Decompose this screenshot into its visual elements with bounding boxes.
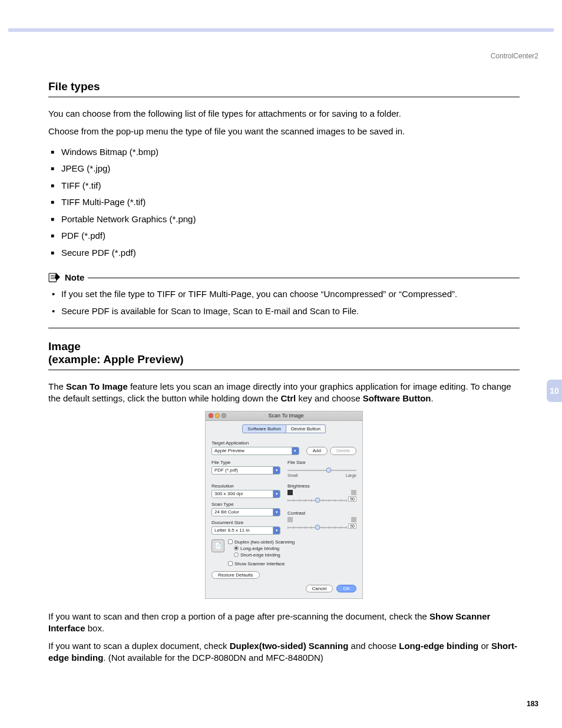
dialog-tabs: Software Button Device Button <box>206 421 362 438</box>
note-item: If you set the file type to TIFF or TIFF… <box>52 286 520 303</box>
label-target-application: Target Application <box>211 440 356 446</box>
scan-type-popup[interactable]: 24 Bit Color ▾ <box>211 508 280 516</box>
chevron-updown-icon: ▾ <box>273 509 280 516</box>
short-edge-radio[interactable]: Short-edge binding <box>228 552 295 558</box>
show-scanner-interface-paragraph: If you want to scan and then crop a port… <box>48 611 520 635</box>
note-label: Note <box>65 272 84 282</box>
document-size-popup[interactable]: Letter 8.5 x 11 in ▾ <box>211 526 280 535</box>
document-size-value: Letter 8.5 x 11 in <box>212 528 273 533</box>
note-pencil-icon <box>48 272 61 282</box>
resolution-value: 300 x 300 dpi <box>212 491 273 496</box>
duplex-page-icon: 📄 <box>211 539 224 552</box>
dialog-titlebar: Scan To Image <box>206 411 362 421</box>
label-brightness: Brightness <box>287 483 356 489</box>
brightness-value[interactable]: 50 <box>348 496 356 502</box>
list-item: Secure PDF (*.pdf) <box>51 245 520 262</box>
brightness-slider[interactable]: 50 <box>287 498 347 503</box>
note-item: Secure PDF is available for Scan to Imag… <box>52 303 520 320</box>
resolution-popup[interactable]: 300 x 300 dpi ▾ <box>211 490 280 498</box>
add-button[interactable]: Add <box>306 447 328 455</box>
contrast-value[interactable]: 50 <box>348 523 356 529</box>
file-type-popup[interactable]: PDF (*.pdf) ▾ <box>211 466 280 475</box>
brightness-dark-icon <box>287 490 293 495</box>
duplex-paragraph: If you want to scan a duplex document, c… <box>48 640 520 664</box>
contrast-slider[interactable]: 50 <box>287 525 347 531</box>
page-number: 183 <box>527 700 538 708</box>
target-application-popup[interactable]: Apple Preview ▾ <box>211 447 299 455</box>
chevron-updown-icon: ▾ <box>273 527 280 534</box>
list-item: TIFF (*.tif) <box>51 177 520 195</box>
page-content: File types You can choose from the follo… <box>48 80 520 670</box>
heading-line1: Image <box>48 340 81 353</box>
chapter-number: 10 <box>550 386 559 396</box>
label-large: Large <box>346 473 356 477</box>
zoom-icon[interactable] <box>222 413 226 418</box>
file-types-intro-1: You can choose from the following list o… <box>48 108 520 120</box>
note-list: If you set the file type to TIFF or TIFF… <box>52 286 520 319</box>
ok-button[interactable]: OK <box>336 585 356 592</box>
note-footer-rule <box>48 328 520 328</box>
chevron-updown-icon: ▾ <box>292 447 299 454</box>
section-heading-image: Image (example: Apple Preview) <box>48 340 520 366</box>
chevron-updown-icon: ▾ <box>273 467 280 474</box>
heading-rule <box>48 97 520 97</box>
window-controls <box>206 413 226 418</box>
header-accent-bar <box>8 28 554 32</box>
cancel-button[interactable]: Cancel <box>306 585 333 592</box>
chapter-thumb-tab: 10 <box>547 380 562 402</box>
dialog-body: Target Application Apple Preview ▾ Add D… <box>206 438 362 598</box>
long-edge-radio[interactable]: Long-edge binding <box>228 546 295 551</box>
list-item: PDF (*.pdf) <box>51 228 520 245</box>
dialog-title: Scan To Image <box>226 413 362 419</box>
tab-device-button[interactable]: Device Button <box>286 424 326 433</box>
target-application-value: Apple Preview <box>212 448 292 453</box>
restore-defaults-button[interactable]: Restore Defaults <box>211 571 260 579</box>
chevron-updown-icon: ▾ <box>273 490 280 498</box>
scan-type-value: 24 Bit Color <box>212 509 273 515</box>
close-icon[interactable] <box>209 413 213 418</box>
file-size-slider[interactable] <box>287 467 356 473</box>
contrast-low-icon <box>287 517 293 522</box>
label-small: Small <box>287 473 298 477</box>
document-page: ControlCenter2 10 File types You can cho… <box>0 0 562 728</box>
running-header: ControlCenter2 <box>491 52 538 60</box>
label-file-type: File Type <box>211 460 280 465</box>
section-heading-file-types: File types <box>48 80 520 93</box>
minimize-icon[interactable] <box>215 413 220 418</box>
file-types-intro-2: Choose from the pop-up menu the type of … <box>48 126 520 137</box>
file-type-value: PDF (*.pdf) <box>212 467 273 473</box>
scan-to-image-dialog: Scan To Image Software Button Device But… <box>205 411 363 599</box>
contrast-high-icon <box>351 517 356 522</box>
heading-rule <box>48 370 520 370</box>
scan-to-image-intro: The Scan To Image feature lets you scan … <box>48 381 520 405</box>
brightness-light-icon <box>351 490 356 495</box>
list-item: Windows Bitmap (*.bmp) <box>51 144 520 161</box>
label-resolution: Resolution <box>211 483 280 489</box>
tab-software-button[interactable]: Software Button <box>242 424 286 433</box>
list-item: TIFF Multi-Page (*.tif) <box>51 194 520 211</box>
note-header-rule <box>88 278 520 278</box>
label-document-size: Document Size <box>211 520 280 525</box>
note-header: Note <box>48 272 520 282</box>
list-item: Portable Network Graphics (*.png) <box>51 211 520 228</box>
delete-button[interactable]: Delete <box>330 447 356 455</box>
file-type-list: Windows Bitmap (*.bmp) JPEG (*.jpg) TIFF… <box>51 144 520 262</box>
show-scanner-interface-checkbox[interactable]: Show Scanner Interface <box>228 561 356 566</box>
duplex-section: 📄 Duplex (two-sided) Scanning Long-edge … <box>211 539 356 559</box>
duplex-scanning-checkbox[interactable]: Duplex (two-sided) Scanning <box>228 539 295 545</box>
label-file-size: File Size <box>287 460 356 465</box>
heading-line2: (example: Apple Preview) <box>48 353 183 365</box>
label-contrast: Contrast <box>287 510 356 516</box>
label-scan-type: Scan Type <box>211 502 280 507</box>
list-item: JPEG (*.jpg) <box>51 160 520 177</box>
